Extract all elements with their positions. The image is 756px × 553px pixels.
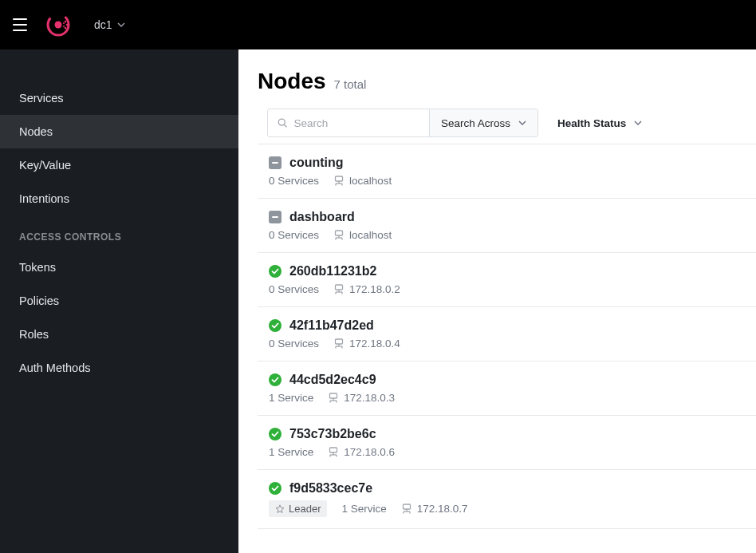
node-row[interactable]: counting0 Serviceslocalhost xyxy=(258,144,756,198)
node-meta: 1 Service172.18.0.3 xyxy=(269,392,756,404)
node-address: localhost xyxy=(333,175,392,187)
node-name: f9d5833cec7e xyxy=(289,481,372,496)
node-meta: Leader1 Service172.18.0.7 xyxy=(269,500,756,517)
network-icon xyxy=(328,447,339,458)
node-name: 753c73b2be6c xyxy=(289,427,376,441)
svg-line-8 xyxy=(284,124,286,127)
svg-point-2 xyxy=(65,21,67,23)
node-address: 172.18.0.6 xyxy=(328,446,395,458)
node-meta: 0 Serviceslocalhost xyxy=(269,229,756,241)
svg-point-4 xyxy=(65,27,67,30)
header: dc1 xyxy=(0,0,756,49)
node-address: 172.18.0.2 xyxy=(333,283,400,295)
sidebar-item-policies[interactable]: Policies xyxy=(0,284,238,318)
check-circle-icon xyxy=(269,373,282,386)
node-name: 44cd5d2ec4c9 xyxy=(289,373,376,387)
node-services-count: 1 Service xyxy=(341,503,386,515)
sidebar-item-key-value[interactable]: Key/Value xyxy=(0,148,238,182)
network-icon xyxy=(333,230,345,241)
sidebar-item-services[interactable]: Services xyxy=(0,81,238,115)
node-address: 172.18.0.3 xyxy=(328,392,395,404)
sidebar-item-intentions[interactable]: Intentions xyxy=(0,182,238,215)
chevron-down-icon xyxy=(117,22,125,27)
network-icon xyxy=(328,393,339,404)
menu-icon[interactable] xyxy=(13,15,32,34)
network-icon xyxy=(333,176,345,187)
node-list: counting0 Serviceslocalhostdashboard0 Se… xyxy=(258,144,756,529)
svg-point-7 xyxy=(278,119,285,125)
svg-rect-17 xyxy=(272,216,278,218)
node-services-count: 0 Services xyxy=(269,283,319,295)
node-row[interactable]: 42f11b47d2ed0 Services172.18.0.4 xyxy=(258,306,756,361)
sidebar: ServicesNodesKey/ValueIntentions ACCESS … xyxy=(0,49,238,553)
svg-point-29 xyxy=(269,319,282,332)
sidebar-item-nodes[interactable]: Nodes xyxy=(0,115,238,148)
node-meta: 0 Serviceslocalhost xyxy=(269,175,756,187)
svg-point-6 xyxy=(63,26,65,27)
svg-point-1 xyxy=(55,22,62,29)
check-circle-icon xyxy=(269,265,282,278)
node-row[interactable]: 260db11231b20 Services172.18.0.2 xyxy=(258,252,756,306)
search-input[interactable] xyxy=(293,117,419,129)
toolbar: Search Across Health Status xyxy=(267,109,756,137)
main-content: Nodes 7 total Search Across Health Sta xyxy=(238,49,756,553)
check-circle-icon xyxy=(269,428,282,440)
page-title: Nodes xyxy=(258,69,326,94)
node-address: 172.18.0.7 xyxy=(401,503,468,515)
network-icon xyxy=(333,284,345,295)
minus-square-icon xyxy=(269,211,282,223)
node-row[interactable]: 753c73b2be6c1 Service172.18.0.6 xyxy=(258,415,756,469)
search-box[interactable] xyxy=(268,109,429,136)
consul-logo-icon xyxy=(46,13,70,37)
page-header: Nodes 7 total xyxy=(258,69,756,94)
check-circle-icon xyxy=(269,482,282,495)
svg-point-41 xyxy=(269,428,282,440)
datacenter-select[interactable]: dc1 xyxy=(94,18,125,31)
node-services-count: 1 Service xyxy=(269,446,313,458)
search-group: Search Across xyxy=(267,109,538,137)
health-status-label: Health Status xyxy=(557,117,626,129)
search-icon xyxy=(278,117,287,128)
search-across-button[interactable]: Search Across xyxy=(429,109,537,136)
svg-point-5 xyxy=(63,22,65,24)
chevron-down-icon xyxy=(518,120,526,125)
svg-point-47 xyxy=(269,482,282,495)
sidebar-item-tokens[interactable]: Tokens xyxy=(0,251,238,284)
node-row[interactable]: f9d5833cec7eLeader1 Service172.18.0.7 xyxy=(258,469,756,529)
search-across-label: Search Across xyxy=(441,117,510,129)
node-row[interactable]: dashboard0 Serviceslocalhost xyxy=(258,198,756,252)
node-name: 260db11231b2 xyxy=(289,264,376,278)
health-status-filter[interactable]: Health Status xyxy=(557,117,642,129)
datacenter-label: dc1 xyxy=(94,18,112,31)
svg-rect-48 xyxy=(403,504,410,509)
svg-rect-30 xyxy=(336,339,343,344)
node-meta: 1 Service172.18.0.6 xyxy=(269,446,756,458)
node-services-count: 0 Services xyxy=(269,338,319,350)
node-address: 172.18.0.4 xyxy=(333,338,400,350)
svg-rect-10 xyxy=(272,162,278,164)
star-icon xyxy=(275,504,285,514)
node-row[interactable]: 44cd5d2ec4c91 Service172.18.0.3 xyxy=(258,361,756,415)
network-icon xyxy=(333,338,345,350)
node-name: dashboard xyxy=(289,210,355,224)
minus-square-icon xyxy=(269,156,282,169)
svg-rect-18 xyxy=(336,231,343,235)
node-address: localhost xyxy=(333,229,392,241)
svg-rect-36 xyxy=(330,393,337,398)
sidebar-item-roles[interactable]: Roles xyxy=(0,318,238,351)
svg-rect-11 xyxy=(336,176,343,181)
node-name: 42f11b47d2ed xyxy=(289,318,374,333)
svg-rect-42 xyxy=(330,448,337,452)
sidebar-section-access-controls: ACCESS CONTROLS xyxy=(0,215,238,251)
network-icon xyxy=(401,504,412,515)
page-subtitle: 7 total xyxy=(334,77,367,91)
svg-point-35 xyxy=(269,373,282,386)
sidebar-item-auth-methods[interactable]: Auth Methods xyxy=(0,351,238,385)
check-circle-icon xyxy=(269,319,282,332)
svg-point-3 xyxy=(66,24,69,26)
node-name: counting xyxy=(289,156,344,170)
node-services-count: 0 Services xyxy=(269,229,319,241)
node-services-count: 0 Services xyxy=(269,175,319,187)
node-meta: 0 Services172.18.0.4 xyxy=(269,338,756,350)
svg-rect-24 xyxy=(336,285,343,290)
